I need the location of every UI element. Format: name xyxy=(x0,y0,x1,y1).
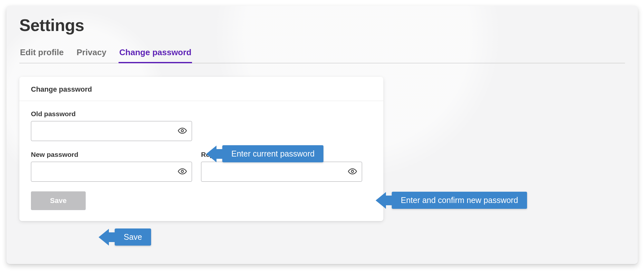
card-title: Change password xyxy=(19,77,383,101)
change-password-card: Change password Old password xyxy=(19,77,383,221)
eye-icon xyxy=(178,167,187,177)
save-button[interactable]: Save xyxy=(31,191,86,210)
settings-page: Settings Edit profile Privacy Change pas… xyxy=(6,6,638,264)
tab-privacy[interactable]: Privacy xyxy=(76,45,107,63)
svg-point-1 xyxy=(181,170,184,172)
settings-tabs: Edit profile Privacy Change password xyxy=(19,45,625,63)
callout-save: Save xyxy=(99,228,151,246)
old-password-field: Old password xyxy=(31,110,192,141)
tab-edit-profile[interactable]: Edit profile xyxy=(19,45,64,63)
toggle-visibility-button[interactable] xyxy=(177,167,187,177)
repeat-password-field: Repeat new password xyxy=(201,151,362,182)
arrow-left-icon xyxy=(99,228,115,246)
eye-icon xyxy=(348,167,357,177)
eye-icon xyxy=(178,126,187,136)
callout-label: Save xyxy=(115,228,151,246)
toggle-visibility-button[interactable] xyxy=(347,167,358,177)
svg-point-0 xyxy=(181,129,184,132)
callout-label: Enter and confirm new password xyxy=(392,192,527,209)
callout-enter-new: Enter and confirm new password xyxy=(376,192,527,209)
repeat-password-label: Repeat new password xyxy=(201,151,362,158)
new-password-label: New password xyxy=(31,151,192,158)
svg-point-2 xyxy=(351,170,354,172)
repeat-password-input[interactable] xyxy=(201,162,362,182)
old-password-input[interactable] xyxy=(31,121,192,141)
new-password-field: New password xyxy=(31,151,192,182)
page-title: Settings xyxy=(19,15,625,35)
tab-change-password[interactable]: Change password xyxy=(119,45,192,63)
toggle-visibility-button[interactable] xyxy=(177,126,187,136)
new-password-input[interactable] xyxy=(31,162,192,182)
old-password-label: Old password xyxy=(31,110,192,118)
